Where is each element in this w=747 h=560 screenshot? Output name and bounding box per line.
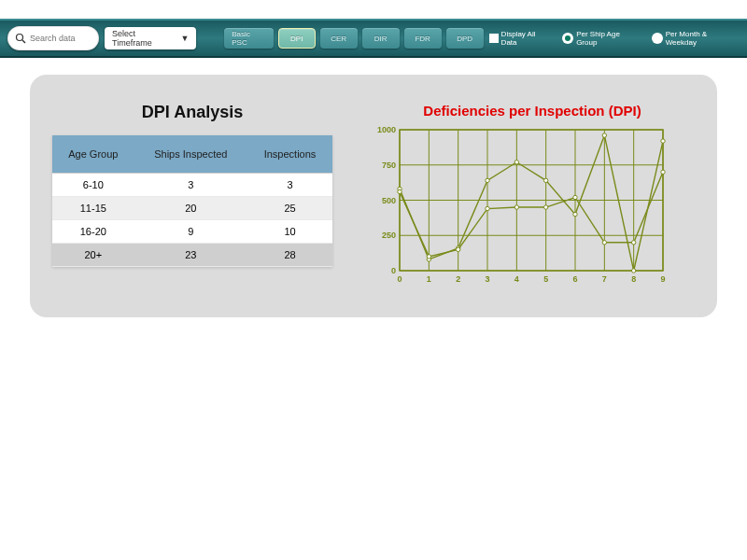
table-cell: 11-15: [52, 197, 134, 220]
table-cell: 16-20: [52, 220, 134, 244]
svg-text:5: 5: [543, 274, 548, 284]
svg-point-42: [661, 139, 665, 143]
table-cell: 6-10: [52, 174, 134, 197]
table-cell: 23: [134, 244, 247, 267]
svg-point-51: [631, 241, 635, 245]
table-cell: 3: [247, 174, 332, 197]
svg-text:1: 1: [427, 274, 431, 284]
table-block: DPI Analysis Age GroupShips InspectedIns…: [52, 103, 332, 293]
table-cell: 20+: [52, 244, 134, 267]
top-options: Display All Data Per Ship Age Group Per …: [489, 30, 740, 47]
svg-text:2: 2: [456, 274, 460, 284]
svg-point-52: [661, 170, 665, 174]
svg-point-48: [543, 205, 547, 209]
search-input[interactable]: [30, 34, 92, 43]
checkbox-label: Display All Data: [501, 30, 554, 47]
radio-icon: [652, 33, 663, 44]
radio-per-month-weekday[interactable]: Per Month & Weekday: [652, 30, 740, 47]
svg-text:500: 500: [382, 196, 396, 205]
svg-point-0: [17, 35, 23, 41]
search-box[interactable]: [7, 26, 99, 50]
nav-dpd[interactable]: DPD: [446, 28, 484, 49]
radio-per-age-group[interactable]: Per Ship Age Group: [562, 30, 642, 47]
svg-point-47: [514, 205, 518, 209]
search-icon: [15, 33, 26, 44]
svg-text:750: 750: [382, 161, 396, 170]
svg-point-37: [514, 161, 518, 164]
chevron-down-icon: ▼: [180, 34, 189, 43]
svg-text:3: 3: [485, 274, 489, 284]
timeframe-select[interactable]: Select Timeframe ▼: [105, 27, 196, 49]
svg-text:6: 6: [572, 274, 577, 284]
nav-group: Basic PSCDPICERDIRFDRDPD: [224, 28, 483, 49]
nav-dpi[interactable]: DPI: [278, 28, 316, 49]
table-cell: 20: [134, 197, 247, 220]
svg-point-39: [573, 212, 577, 216]
radio-label: Per Month & Weekday: [666, 30, 740, 47]
nav-basic-psc[interactable]: Basic PSC: [224, 28, 273, 49]
nav-fdr[interactable]: FDR: [404, 28, 442, 49]
chart-area: 025050075010000123456789: [370, 124, 695, 287]
svg-text:250: 250: [382, 231, 396, 240]
nav-dir[interactable]: DIR: [362, 28, 400, 49]
line-chart: 025050075010000123456789: [370, 124, 669, 287]
table-row: 20+2328: [52, 244, 332, 267]
svg-text:4: 4: [514, 274, 519, 284]
topbar: Select Timeframe ▼ Basic PSCDPICERDIRFDR…: [0, 19, 747, 58]
svg-line-1: [22, 40, 25, 43]
svg-point-40: [602, 133, 606, 137]
svg-text:0: 0: [391, 266, 396, 275]
table-cell: 9: [134, 220, 247, 244]
table-row: 6-1033: [52, 174, 332, 197]
col-header: Inspections: [247, 135, 332, 174]
table-cell: 10: [247, 220, 332, 244]
main-panel: DPI Analysis Age GroupShips InspectedIns…: [30, 75, 717, 317]
svg-point-45: [456, 247, 459, 251]
chart-title: Deficiencies per Inspection (DPI): [370, 103, 695, 119]
svg-point-46: [486, 206, 489, 210]
table-cell: 3: [134, 174, 247, 197]
svg-text:9: 9: [660, 274, 665, 284]
svg-text:8: 8: [631, 274, 636, 284]
table-title: DPI Analysis: [52, 103, 332, 122]
table-cell: 25: [247, 197, 332, 220]
radio-icon: [562, 33, 573, 44]
svg-point-43: [398, 189, 402, 193]
svg-point-38: [543, 178, 547, 182]
svg-point-44: [427, 255, 430, 259]
svg-point-41: [631, 269, 635, 273]
svg-point-36: [486, 178, 489, 182]
table-row: 11-152025: [52, 197, 332, 220]
svg-text:1000: 1000: [377, 125, 396, 134]
timeframe-label: Select Timeframe: [112, 29, 176, 48]
table-cell: 28: [247, 244, 332, 267]
radio-label: Per Ship Age Group: [576, 30, 642, 47]
display-all-checkbox[interactable]: Display All Data: [489, 30, 554, 47]
dpi-table: Age GroupShips InspectedInspections 6-10…: [52, 135, 332, 267]
nav-cer[interactable]: CER: [320, 28, 358, 49]
col-header: Age Group: [52, 135, 134, 174]
svg-text:7: 7: [602, 274, 607, 284]
col-header: Ships Inspected: [134, 135, 247, 174]
svg-text:0: 0: [397, 274, 402, 284]
checkbox-icon: [489, 34, 499, 43]
svg-point-49: [573, 195, 577, 199]
chart-block: Deficiencies per Inspection (DPI) 025050…: [370, 103, 695, 293]
svg-point-50: [602, 241, 606, 245]
table-row: 16-20910: [52, 220, 332, 244]
